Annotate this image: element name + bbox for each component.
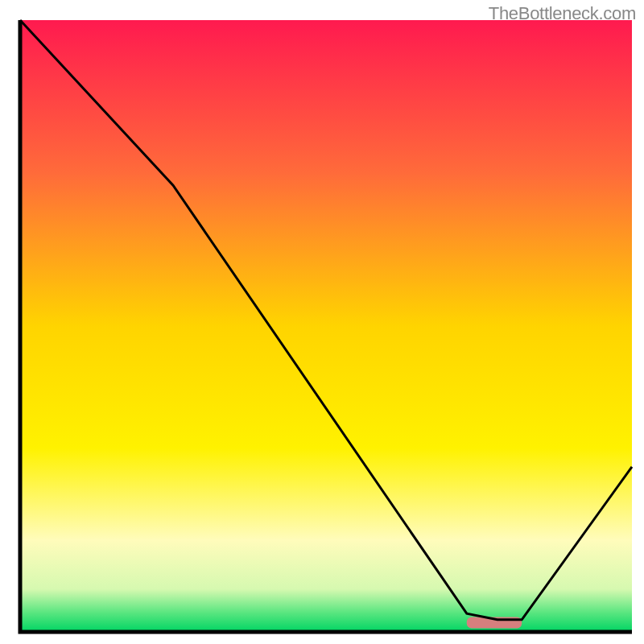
plot-background bbox=[20, 20, 632, 632]
chart-container: TheBottleneck.com bbox=[0, 0, 644, 644]
watermark-text: TheBottleneck.com bbox=[489, 3, 636, 24]
bottleneck-heat-chart bbox=[0, 0, 644, 644]
